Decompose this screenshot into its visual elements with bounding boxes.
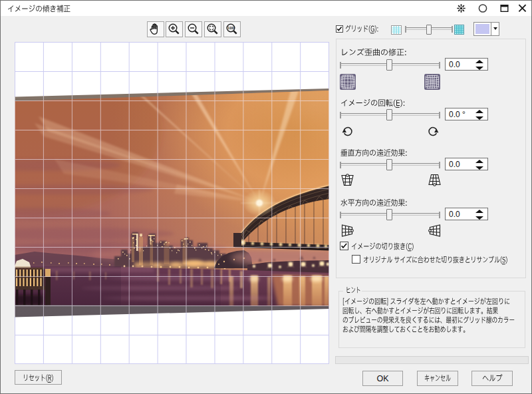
svg-text:100: 100 bbox=[227, 26, 234, 30]
